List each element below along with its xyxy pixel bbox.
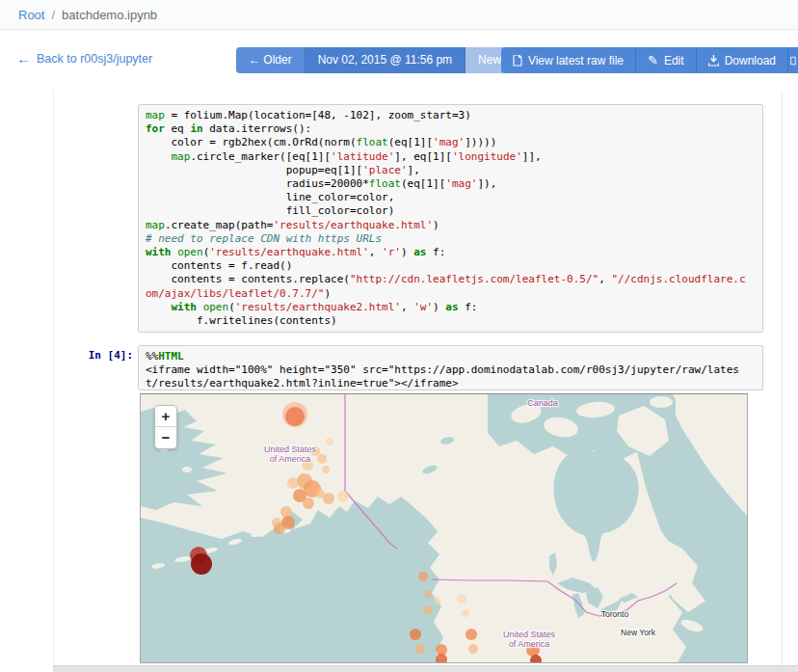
map-label: Toronto [601, 609, 629, 619]
earthquake-marker[interactable] [272, 518, 281, 527]
edit-button[interactable]: ✎ Edit [636, 47, 697, 73]
revision-date-button[interactable]: Nov 02, 2015 @ 11:56 pm [306, 47, 466, 73]
earthquake-marker[interactable] [326, 438, 333, 445]
earthquake-marker[interactable] [424, 590, 432, 598]
clipped-action-button[interactable] [788, 47, 798, 73]
earthquake-marker[interactable] [462, 609, 469, 617]
earthquake-marker[interactable] [457, 594, 466, 604]
older-button[interactable]: ← Older [236, 47, 306, 73]
file-viewer-page: Root / batchdemo.ipynb ← Back to r00sj3/… [0, 0, 798, 672]
file-actions-group: View latest raw file ✎ Edit Download [501, 47, 798, 73]
earthquake-marker[interactable] [410, 629, 421, 640]
earthquake-marker[interactable] [191, 553, 212, 575]
earthquake-marker[interactable] [285, 407, 305, 426]
code-cell-html-magic[interactable]: %%HTML<iframe width="100%" height="350" … [138, 345, 763, 390]
revision-toolbar: ← Back to r00sj3/jupyter ← Older Nov 02,… [0, 42, 798, 77]
breadcrumb-separator: / [51, 8, 55, 22]
earthquake-marker[interactable] [466, 629, 477, 640]
earthquake-marker[interactable] [337, 491, 349, 502]
revision-nav-group: ← Older Nov 02, 2015 @ 11:56 pm Newer → [236, 47, 539, 73]
map-label: United Statesof America [503, 630, 556, 649]
breadcrumb-filename: batchdemo.ipynb [62, 8, 157, 22]
back-link[interactable]: ← Back to r00sj3/jupyter [16, 51, 152, 66]
horizontal-scrollbar-track[interactable] [53, 665, 798, 672]
breadcrumb: Root / batchdemo.ipynb [0, 0, 798, 30]
breadcrumb-root-link[interactable]: Root [18, 8, 44, 22]
map-label: United Statesof America [264, 444, 317, 464]
view-latest-raw-file-button[interactable]: View latest raw file [501, 47, 636, 73]
pencil-icon: ✎ [648, 54, 658, 67]
earthquake-marker[interactable] [423, 605, 433, 615]
map-zoom-in-button[interactable]: + [155, 406, 176, 427]
earthquake-marker[interactable] [418, 572, 428, 581]
earthquake-marker[interactable] [280, 506, 292, 518]
edit-label: Edit [664, 54, 684, 67]
input-prompt: In [4]: [53, 349, 133, 362]
earthquake-marker[interactable] [317, 454, 327, 464]
earthquake-marker[interactable] [303, 497, 314, 509]
earthquake-marker[interactable] [468, 644, 478, 654]
map-output-iframe[interactable]: United Statesof AmericaCanadaUnited Stat… [140, 393, 748, 663]
earthquake-marker[interactable] [287, 477, 299, 489]
download-button[interactable]: Download [697, 47, 788, 73]
map-zoom-control: + − [154, 405, 177, 449]
earthquake-marker[interactable] [434, 597, 441, 605]
map-zoom-out-button[interactable]: − [155, 427, 176, 448]
earthquake-marker[interactable] [415, 644, 425, 654]
view-raw-label: View latest raw file [528, 54, 624, 67]
map-label: Canada [527, 398, 558, 408]
download-label: Download [725, 54, 776, 67]
map-label: New York [621, 628, 656, 637]
download-icon [708, 55, 719, 67]
code-cell-folium[interactable]: map = folium.Map(location=[48, -102], zo… [138, 104, 763, 333]
earthquake-marker[interactable] [322, 466, 330, 473]
back-arrow-icon: ← [16, 51, 31, 66]
earthquake-map[interactable]: United Statesof AmericaCanadaUnited Stat… [141, 394, 748, 663]
document-icon [513, 55, 522, 67]
back-link-label: Back to r00sj3/jupyter [37, 52, 152, 66]
earthquake-marker[interactable] [323, 493, 334, 504]
clipped-icon [790, 55, 796, 67]
